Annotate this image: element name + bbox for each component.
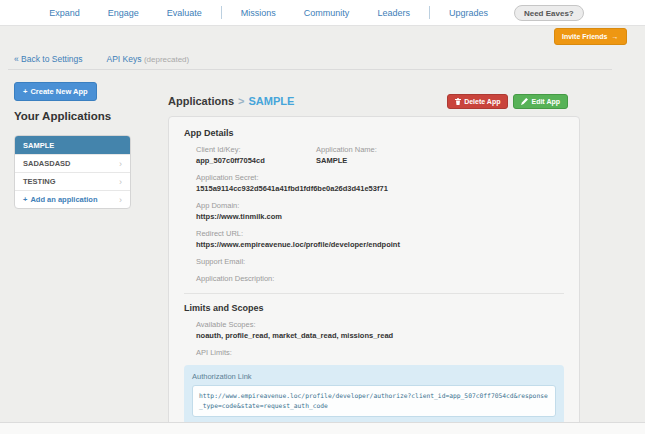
main-content: Applications > SAMPLE Delete App Edit Ap… (168, 93, 580, 434)
app-name-label: SADASDASD (23, 159, 71, 168)
delete-app-label: Delete App (464, 98, 500, 105)
section-divider (184, 293, 564, 294)
trash-icon (455, 98, 461, 105)
nav-item-community[interactable]: Community (290, 8, 364, 18)
application-description-label: Application Description: (196, 274, 564, 283)
add-application-item[interactable]: + Add an application › (15, 190, 130, 208)
invite-friends-label: Invite Friends (562, 33, 608, 40)
back-to-settings-link[interactable]: « Back to Settings (14, 54, 83, 64)
chevron-right-icon: › (119, 159, 122, 169)
need-eaves-button[interactable]: Need Eaves? (514, 5, 584, 21)
client-id-label: Client Id/Key: (196, 145, 316, 154)
app-domain-value: https://www.tinmilk.com (196, 212, 564, 221)
your-applications-heading: Your Applications (14, 110, 131, 122)
page-title-app-name: SAMPLE (248, 95, 294, 107)
breadcrumb: « Back to Settings API Keys (deprecated) (14, 54, 189, 64)
field-row: Application Secret: 1515a9114cc932d5641a… (196, 173, 564, 193)
application-secret-label: Application Secret: (196, 173, 564, 182)
application-list: SAMPLE SADASDASD › TESTING › + Add an ap… (14, 135, 131, 209)
app-list-item-testing[interactable]: TESTING › (15, 172, 130, 190)
nav-item-expand[interactable]: Expand (35, 8, 94, 18)
app-list-item-sadasdasd[interactable]: SADASDASD › (15, 154, 130, 172)
available-scopes-value: noauth, profile_read, market_data_read, … (196, 331, 564, 340)
nav-item-upgrades[interactable]: Upgrades (435, 8, 502, 18)
top-navigation: Expand Engage Evaluate Missions Communit… (0, 0, 645, 26)
back-to-settings-label: Back to Settings (21, 54, 82, 64)
add-application-label: Add an application (30, 195, 97, 204)
client-id-value: app_507c0ff7054cd (196, 156, 316, 165)
page: Expand Engage Evaluate Missions Communit… (0, 0, 645, 434)
edit-app-label: Edit App (531, 98, 560, 105)
api-keys-deprecated-label: (deprecated) (144, 55, 189, 64)
nav-item-engage[interactable]: Engage (94, 8, 153, 18)
field-row: Client Id/Key: app_507c0ff7054cd Applica… (196, 145, 564, 165)
invite-friends-button[interactable]: Invite Friends → (554, 28, 627, 45)
nav-item-evaluate[interactable]: Evaluate (153, 8, 216, 18)
chevron-right-icon: › (119, 177, 122, 187)
app-name-label: SAMPLE (23, 141, 54, 150)
pencil-icon (521, 98, 528, 105)
field-row: Available Scopes: noauth, profile_read, … (196, 320, 564, 340)
title-separator: > (238, 95, 244, 107)
arrow-right-icon: → (612, 33, 619, 40)
create-new-app-button[interactable]: + Create New App (14, 82, 97, 101)
authorization-link-text[interactable]: http://www.empireavenue.loc/profile/deve… (192, 385, 556, 417)
sidebar: + Create New App Your Applications SAMPL… (14, 80, 131, 209)
delete-app-button[interactable]: Delete App (447, 94, 508, 109)
api-limits-label: API Limits: (196, 348, 564, 357)
app-list-item-sample[interactable]: SAMPLE (15, 136, 130, 154)
edit-app-button[interactable]: Edit App (513, 94, 568, 109)
nav-item-leaders[interactable]: Leaders (363, 8, 424, 18)
field-row: API Limits: (196, 348, 564, 357)
nav-divider (429, 6, 430, 19)
create-new-app-label: Create New App (30, 87, 87, 96)
back-arrow-icon: « (14, 54, 19, 64)
nav-item-missions[interactable]: Missions (227, 8, 290, 18)
authorization-link-box: Authorization Link http://www.empireaven… (184, 365, 564, 425)
field-row: Redirect URL: https://www.empireavenue.l… (196, 229, 564, 249)
app-details-panel: App Details Client Id/Key: app_507c0ff70… (168, 116, 580, 434)
plus-icon: + (23, 87, 27, 96)
api-keys-label: API Keys (107, 54, 142, 64)
field-row: Support Email: (196, 257, 564, 266)
field-row: App Domain: https://www.tinmilk.com (196, 201, 564, 221)
header-divider (8, 69, 612, 70)
app-domain-label: App Domain: (196, 201, 564, 210)
page-footer-band (0, 422, 645, 434)
support-email-label: Support Email: (196, 257, 564, 266)
redirect-url-value: https://www.empireavenue.loc/profile/dev… (196, 240, 564, 249)
page-title-section: Applications (168, 95, 234, 107)
application-name-value: SAMPLE (316, 156, 377, 165)
available-scopes-label: Available Scopes: (196, 320, 564, 329)
api-keys-link[interactable]: API Keys (deprecated) (107, 54, 190, 64)
field-row: Application Description: (196, 274, 564, 283)
application-name-label: Application Name: (316, 145, 377, 154)
application-secret-value: 1515a9114cc932d5641a41fbd1fdf6be0a26d3d4… (196, 184, 564, 193)
page-title: Applications > SAMPLE (168, 95, 294, 107)
chevron-right-icon: › (119, 195, 122, 205)
app-details-heading: App Details (184, 128, 564, 138)
limits-and-scopes-heading: Limits and Scopes (184, 303, 564, 313)
main-header: Applications > SAMPLE Delete App Edit Ap… (168, 93, 580, 109)
redirect-url-label: Redirect URL: (196, 229, 564, 238)
plus-icon: + (23, 195, 27, 204)
nav-divider (221, 6, 222, 19)
app-name-label: TESTING (23, 177, 56, 186)
authorization-link-label: Authorization Link (192, 372, 556, 381)
